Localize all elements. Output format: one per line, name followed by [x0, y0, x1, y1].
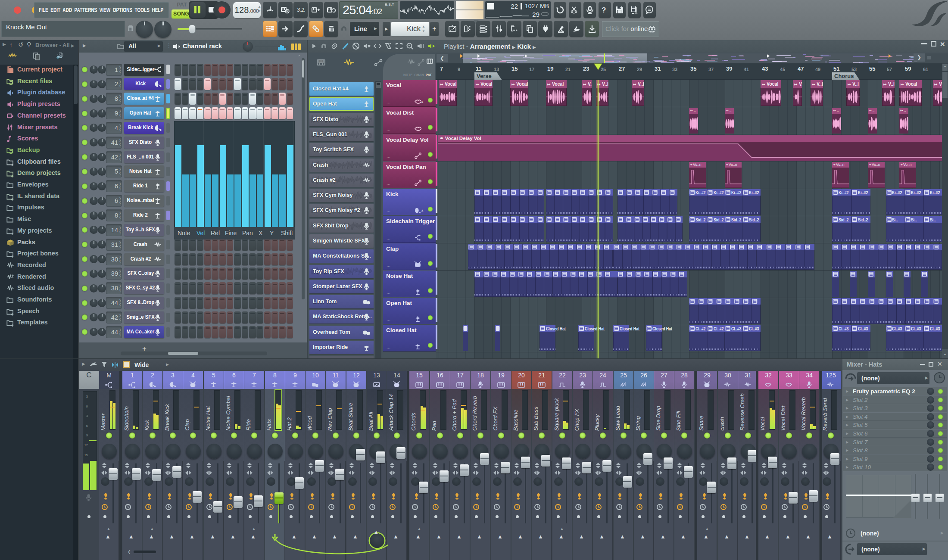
svg-text:3.2.: 3.2. [297, 7, 305, 13]
svg-text:?: ? [602, 6, 606, 14]
